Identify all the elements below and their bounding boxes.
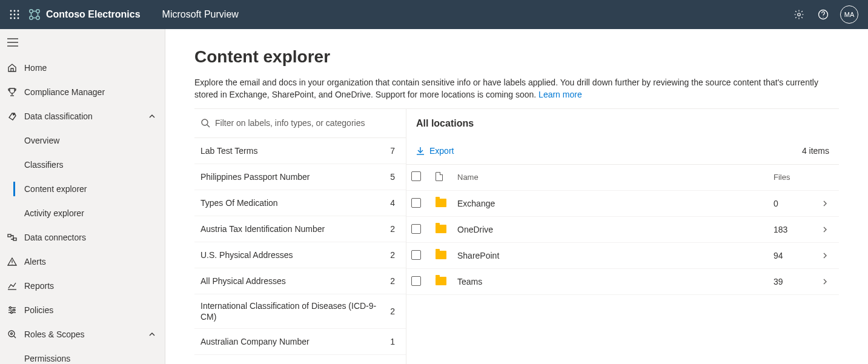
sidebar-item-reports[interactable]: Reports <box>0 274 165 298</box>
sidebar-item-label: Alerts <box>24 257 157 266</box>
sidebar-item-alerts[interactable]: Alerts <box>0 250 165 274</box>
table-row[interactable]: SharePoint94 <box>406 243 839 269</box>
svg-point-8 <box>18 18 19 19</box>
sidebar-item-label: Policies <box>24 305 157 315</box>
info-type-row[interactable]: International Classification of Diseases… <box>194 294 406 329</box>
sidebar-item-label: Reports <box>24 281 157 291</box>
chevron-right-icon[interactable] <box>822 227 834 233</box>
purview-logo-icon <box>28 8 41 21</box>
global-header: Contoso Electronics Microsoft Purview MA <box>0 0 868 29</box>
info-type-row[interactable]: Philippines Passport Number5 <box>194 164 406 190</box>
table-row[interactable]: Exchange0 <box>406 191 839 217</box>
table-row[interactable]: Teams39 <box>406 269 839 295</box>
folder-icon <box>436 199 446 207</box>
user-avatar[interactable]: MA <box>840 5 858 24</box>
chevron-up-icon <box>147 331 157 337</box>
nav-toggle[interactable] <box>0 29 165 56</box>
sidebar-item-data-classification[interactable]: Data classification <box>0 104 165 128</box>
col-header-name[interactable]: Name <box>452 165 769 191</box>
sidebar-item-label: Data classification <box>24 111 147 121</box>
connector-icon <box>7 233 24 242</box>
trophy-icon <box>7 87 24 97</box>
svg-point-15 <box>823 17 823 18</box>
chevron-up-icon <box>147 113 157 119</box>
info-type-row[interactable]: Lab Test Terms7 <box>194 138 406 164</box>
svg-point-2 <box>18 10 19 12</box>
info-type-label: Philippines Passport Number <box>200 171 390 182</box>
chevron-right-icon[interactable] <box>822 253 834 259</box>
filter-input[interactable] <box>215 118 400 128</box>
sidebar-item-home[interactable]: Home <box>0 56 165 80</box>
info-type-label: Australian Company Number <box>200 336 390 347</box>
location-name: Teams <box>457 277 482 286</box>
page-description: Explore the email and docs in your organ… <box>194 76 837 101</box>
info-type-count: 4 <box>390 198 395 208</box>
svg-point-12 <box>36 16 40 20</box>
svg-point-1 <box>14 10 16 12</box>
info-type-row[interactable]: All Physical Addresses2 <box>194 268 406 294</box>
app-launcher-icon[interactable] <box>5 0 24 29</box>
download-icon <box>416 147 425 155</box>
learn-more-link[interactable]: Learn more <box>538 90 582 99</box>
svg-point-32 <box>11 312 13 314</box>
svg-point-4 <box>14 14 16 16</box>
select-all-checkbox[interactable] <box>411 171 421 181</box>
info-type-row[interactable]: Types Of Medication4 <box>194 190 406 216</box>
export-button[interactable]: Export <box>416 146 454 156</box>
sidebar-item-compliance-manager[interactable]: Compliance Manager <box>0 80 165 104</box>
sidebar-item-label: Roles & Scopes <box>24 329 147 339</box>
info-type-count: 5 <box>390 172 395 182</box>
svg-point-36 <box>202 119 208 125</box>
folder-icon <box>436 277 446 285</box>
info-type-count: 7 <box>390 146 395 156</box>
sidebar-item-policies[interactable]: Policies <box>0 298 165 322</box>
info-type-count: 2 <box>390 306 395 316</box>
sidebar-item-activity-explorer[interactable]: Activity explorer <box>0 201 165 225</box>
help-icon[interactable] <box>811 0 835 29</box>
info-type-label: Types Of Medication <box>200 197 390 208</box>
sidebar-item-content-explorer[interactable]: Content explorer <box>0 177 165 201</box>
sidebar-item-classifiers[interactable]: Classifiers <box>0 153 165 177</box>
items-count: 4 items <box>802 146 829 156</box>
info-type-row[interactable]: Austria Tax Identification Number2 <box>194 216 406 242</box>
row-checkbox[interactable] <box>411 198 421 208</box>
info-type-count: 2 <box>390 250 395 260</box>
location-name: SharePoint <box>457 251 499 260</box>
chevron-right-icon[interactable] <box>822 279 834 285</box>
sidebar-item-permissions[interactable]: Permissions <box>0 346 165 364</box>
table-row[interactable]: OneDrive183 <box>406 217 839 243</box>
settings-icon[interactable] <box>787 0 811 29</box>
tenant-logo[interactable]: Contoso Electronics <box>28 8 141 21</box>
search-icon <box>200 118 210 128</box>
svg-line-34 <box>14 336 16 338</box>
file-type-icon <box>436 172 443 181</box>
svg-rect-23 <box>13 238 16 240</box>
info-type-label: Austria Tax Identification Number <box>200 223 390 234</box>
svg-point-31 <box>13 309 15 311</box>
info-type-row[interactable]: U.S. Physical Addresses2 <box>194 242 406 268</box>
row-checkbox[interactable] <box>411 250 421 260</box>
sidebar-item-overview[interactable]: Overview <box>0 128 165 153</box>
col-header-files[interactable]: Files <box>769 165 817 191</box>
alert-icon <box>7 257 24 266</box>
info-type-count: 1 <box>390 337 395 346</box>
info-type-row[interactable]: Australian Company Number1 <box>194 329 406 355</box>
sidebar-item-label: Permissions <box>24 354 157 363</box>
sidebar-item-roles-scopes[interactable]: Roles & Scopes <box>0 322 165 346</box>
avatar-initials: MA <box>844 11 855 18</box>
location-files: 94 <box>774 251 783 260</box>
row-checkbox[interactable] <box>411 276 421 286</box>
row-checkbox[interactable] <box>411 224 421 234</box>
main-content: Content explorer Explore the email and d… <box>165 29 868 364</box>
chevron-right-icon[interactable] <box>822 200 834 207</box>
sidebar-item-label: Home <box>24 63 157 73</box>
svg-line-37 <box>207 125 210 127</box>
svg-point-9 <box>30 10 33 13</box>
info-type-label: Lab Test Terms <box>200 145 390 156</box>
svg-point-30 <box>10 307 12 309</box>
sidebar-item-data-connectors[interactable]: Data connectors <box>0 225 165 250</box>
svg-point-13 <box>798 13 801 16</box>
location-files: 0 <box>774 199 778 208</box>
home-icon <box>7 63 24 73</box>
info-type-count: 2 <box>390 224 395 234</box>
